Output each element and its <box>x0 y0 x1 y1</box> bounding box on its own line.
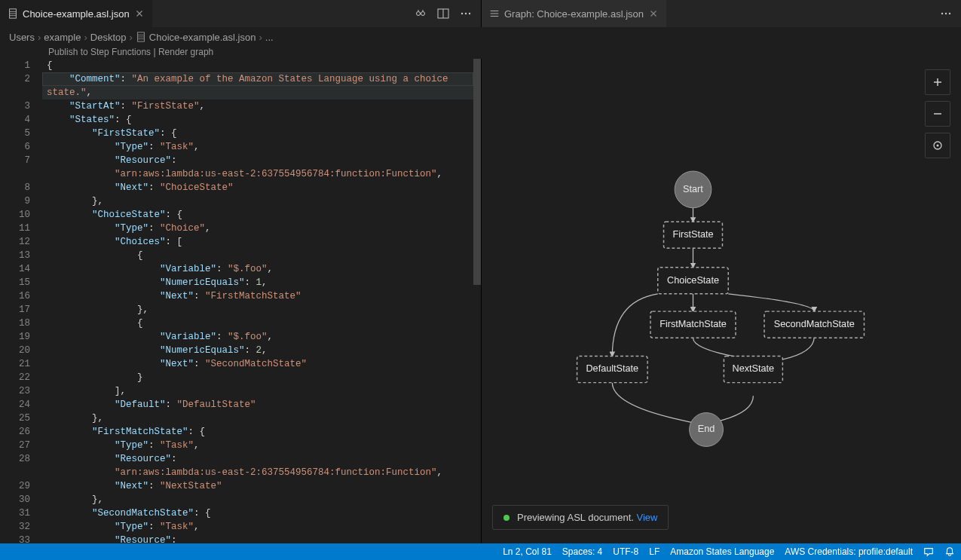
copilot-icon[interactable] <box>415 8 427 20</box>
toast-view-link[interactable]: View <box>637 512 658 523</box>
code-editor[interactable]: 1234567891011121314151617181920212223242… <box>0 59 481 543</box>
breadcrumb[interactable]: Users› example› Desktop› Choice-example.… <box>0 27 961 47</box>
svg-text:FirstMatchState: FirstMatchState <box>660 319 727 329</box>
split-editor-icon[interactable] <box>437 8 449 20</box>
breadcrumb-seg[interactable]: Users <box>9 32 35 43</box>
feedback-icon[interactable] <box>923 546 934 557</box>
status-indent[interactable]: Spaces: 4 <box>562 546 602 557</box>
zoom-in-button[interactable] <box>925 69 950 95</box>
svg-point-9 <box>945 13 947 14</box>
svg-point-1 <box>417 12 421 16</box>
json-file-icon <box>8 8 18 19</box>
tab-editor-file[interactable]: Choice-example.asl.json <box>0 0 153 27</box>
svg-text:SecondMatchState: SecondMatchState <box>774 319 855 329</box>
svg-point-10 <box>949 13 950 14</box>
svg-point-8 <box>941 13 943 14</box>
svg-text:NextState: NextState <box>733 363 775 374</box>
svg-text:FirstState: FirstState <box>672 229 713 240</box>
codelens-render[interactable]: Render graph <box>158 47 213 57</box>
svg-point-7 <box>469 13 470 14</box>
bell-icon[interactable] <box>944 546 955 557</box>
codelens-publish[interactable]: Publish to Step Functions <box>48 47 151 57</box>
state-graph: Start FirstState ChoiceState FirstMatchS… <box>482 59 961 543</box>
zoom-out-button[interactable] <box>925 101 950 127</box>
status-language[interactable]: Amazon States Language <box>670 546 774 557</box>
tab-graph[interactable]: Graph: Choice-example.asl.json <box>482 0 667 27</box>
close-icon[interactable] <box>648 8 659 19</box>
status-eol[interactable]: LF <box>649 546 660 557</box>
svg-text:ChoiceState: ChoiceState <box>667 275 719 286</box>
line-gutter: 1234567891011121314151617181920212223242… <box>0 59 42 543</box>
list-icon <box>489 8 500 19</box>
preview-toast: Previewing ASL document. View <box>492 505 669 530</box>
svg-point-5 <box>461 13 463 14</box>
svg-point-6 <box>465 13 467 14</box>
breadcrumb-seg[interactable]: example <box>44 32 81 43</box>
status-ln-col[interactable]: Ln 2, Col 81 <box>503 546 552 557</box>
codelens-row: Publish to Step Functions | Render graph <box>0 47 961 59</box>
svg-text:DefaultState: DefaultState <box>586 363 638 374</box>
tab-label: Choice-example.asl.json <box>23 8 130 20</box>
more-icon[interactable] <box>940 8 952 20</box>
status-aws-credentials[interactable]: AWS Credentials: profile:default <box>785 546 913 557</box>
breadcrumb-seg[interactable]: Desktop <box>90 32 127 43</box>
center-button[interactable] <box>925 133 950 158</box>
tab-label: Graph: Choice-example.asl.json <box>504 8 644 20</box>
json-file-icon <box>136 32 146 42</box>
status-dot-icon <box>503 515 510 521</box>
graph-pane[interactable]: Start FirstState ChoiceState FirstMatchS… <box>481 59 961 543</box>
toast-text: Previewing ASL document. <box>517 512 637 523</box>
tab-bar: Choice-example.asl.json Graph: Choice-ex… <box>0 0 961 27</box>
status-encoding[interactable]: UTF-8 <box>613 546 638 557</box>
breadcrumb-seg[interactable]: Choice-example.asl.json <box>149 32 256 43</box>
svg-text:End: End <box>698 424 715 434</box>
svg-text:Start: Start <box>683 184 703 194</box>
svg-point-2 <box>421 12 425 16</box>
more-icon[interactable] <box>460 8 472 20</box>
svg-point-13 <box>937 145 939 147</box>
status-bar: Ln 2, Col 81 Spaces: 4 UTF-8 LF Amazon S… <box>0 543 961 560</box>
close-icon[interactable] <box>134 8 145 19</box>
breadcrumb-overflow[interactable]: ... <box>265 32 274 43</box>
scrollbar-thumb[interactable] <box>473 59 481 285</box>
